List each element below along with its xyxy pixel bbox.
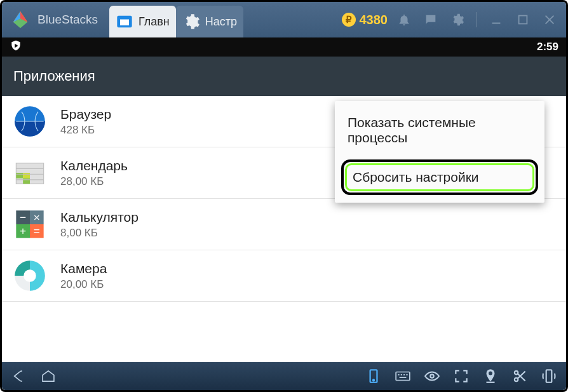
app-row-camera[interactable]: Камера 20,00 КБ [2, 250, 566, 302]
android-nav-bar [2, 362, 566, 390]
shake-icon[interactable] [541, 368, 557, 384]
app-name: Камера [60, 261, 107, 276]
eye-icon[interactable] [424, 368, 440, 384]
svg-rect-1 [120, 20, 129, 25]
chat-icon[interactable] [423, 12, 438, 27]
back-button[interactable] [11, 368, 27, 384]
svg-text:=: = [34, 224, 40, 237]
camera-app-icon [13, 259, 46, 292]
keyboard-icon[interactable] [395, 368, 411, 384]
overflow-menu: Показать системные процессы Сбросить нас… [335, 101, 544, 203]
android-status-bar: 2:59 [2, 37, 566, 57]
bluestacks-window: BlueStacks Главн Настр ₽ 4380 [0, 0, 568, 392]
menu-show-system-processes[interactable]: Показать системные процессы [335, 105, 544, 156]
android-toolbar: Приложения [2, 57, 566, 96]
app-size: 20,00 КБ [60, 278, 107, 291]
tab-home[interactable]: Главн [109, 6, 176, 37]
scissors-icon[interactable] [511, 368, 528, 384]
browser-app-icon [13, 105, 46, 138]
svg-rect-27 [396, 372, 410, 381]
svg-rect-10 [23, 173, 30, 179]
coin-value: 4380 [360, 13, 388, 27]
gear-icon [182, 13, 200, 30]
bluestacks-logo-icon [11, 10, 30, 29]
title-bar: BlueStacks Главн Настр ₽ 4380 [2, 2, 566, 37]
brand-label: BlueStacks [37, 13, 98, 27]
svg-rect-39 [546, 370, 552, 382]
app-size: 428 КБ [60, 124, 111, 137]
app-name: Браузер [60, 107, 111, 122]
app-name: Калькулятор [60, 210, 139, 225]
svg-text:−: − [20, 211, 26, 224]
svg-rect-9 [16, 173, 23, 179]
svg-point-35 [515, 371, 518, 374]
titlebar-actions [396, 12, 557, 27]
app-size: 28,00 КБ [60, 175, 128, 188]
svg-text:×: × [34, 211, 40, 224]
location-icon[interactable] [482, 368, 499, 384]
calendar-app-icon [13, 156, 46, 189]
maximize-icon[interactable] [515, 12, 531, 27]
tab-settings-label: Настр [205, 15, 237, 29]
svg-point-24 [24, 269, 36, 282]
divider [477, 12, 477, 27]
settings-gear-icon[interactable] [450, 12, 465, 27]
svg-point-33 [430, 374, 433, 377]
tab-home-label: Главн [139, 15, 170, 29]
app-size: 8,00 КБ [60, 227, 139, 240]
play-protect-icon [10, 39, 22, 55]
home-button[interactable] [40, 368, 57, 384]
coin-counter[interactable]: ₽ 4380 [342, 13, 388, 27]
content-area: 2:59 Приложения Браузер 428 КБ Календ [2, 37, 566, 390]
svg-point-26 [373, 379, 374, 381]
toolbar-title: Приложения [13, 68, 95, 84]
app-name: Календарь [60, 158, 128, 173]
bell-icon[interactable] [396, 12, 412, 27]
clock-label: 2:59 [537, 41, 558, 53]
coin-icon: ₽ [342, 13, 356, 27]
menu-reset-settings[interactable]: Сбросить настройки [341, 159, 538, 195]
fullscreen-icon[interactable] [453, 368, 470, 384]
svg-rect-34 [487, 382, 495, 383]
rotate-icon[interactable] [365, 368, 382, 384]
svg-rect-11 [23, 179, 30, 184]
tab-strip: Главн Настр [109, 2, 243, 37]
close-icon[interactable] [542, 12, 557, 27]
home-icon [116, 13, 133, 30]
app-row-calculator[interactable]: −×+= Калькулятор 8,00 КБ [2, 199, 566, 250]
svg-rect-3 [519, 16, 527, 24]
svg-text:+: + [20, 224, 26, 237]
tab-settings[interactable]: Настр [176, 6, 243, 37]
svg-point-36 [515, 378, 518, 381]
minimize-icon[interactable] [489, 12, 504, 27]
calculator-app-icon: −×+= [13, 208, 46, 241]
